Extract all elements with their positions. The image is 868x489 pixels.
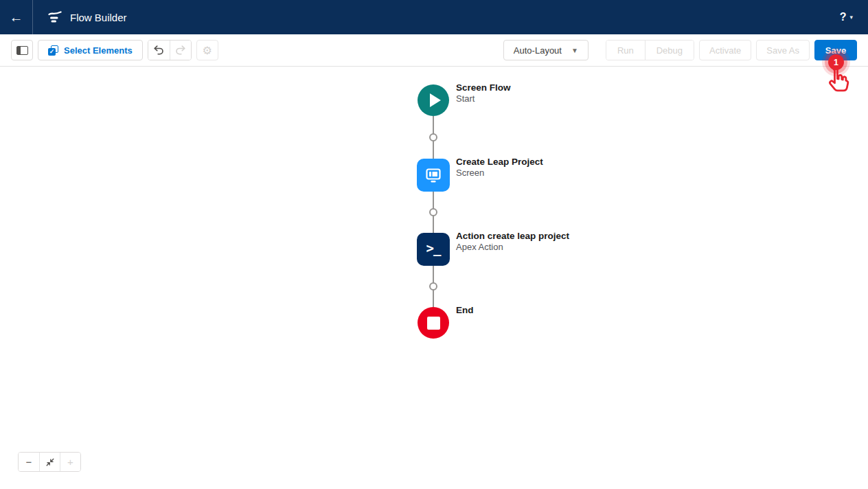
annotation-step-badge: 1	[828, 54, 844, 70]
start-node[interactable]	[418, 84, 449, 116]
end-node[interactable]	[418, 307, 449, 339]
stop-icon	[427, 317, 440, 330]
run-debug-group: Run Debug	[606, 40, 694, 60]
toolbar: ✓ Select Elements	[0, 34, 868, 67]
toolbar-left: ✓ Select Elements	[11, 40, 218, 60]
gear-icon: ⚙	[203, 44, 212, 57]
minus-icon: −	[26, 456, 32, 468]
play-icon	[430, 93, 441, 107]
node-title: Screen Flow	[456, 82, 511, 93]
activate-button[interactable]: Activate	[699, 40, 751, 60]
fit-to-view-button[interactable]	[39, 453, 60, 471]
undo-icon	[152, 44, 165, 56]
screen-icon	[424, 166, 442, 184]
node-subtitle: Start	[456, 93, 511, 104]
pointer-hand-icon	[823, 66, 851, 96]
debug-button[interactable]: Debug	[645, 41, 694, 60]
add-element-node[interactable]	[429, 282, 437, 291]
select-elements-label: Select Elements	[64, 45, 133, 56]
run-button[interactable]: Run	[606, 41, 645, 60]
terminal-prompt-icon: >_	[426, 240, 441, 258]
end-node-label: End	[456, 304, 474, 316]
node-title: Create Leap Project	[456, 156, 543, 168]
app-title: Flow Builder	[70, 12, 127, 23]
save-as-button[interactable]: Save As	[756, 40, 810, 60]
auto-layout-dropdown[interactable]: Auto-Layout ▼	[503, 40, 589, 60]
redo-icon	[174, 44, 187, 56]
screen-node-label: Create Leap Project Screen	[456, 156, 543, 179]
multi-select-checkbox-icon: ✓	[48, 45, 58, 56]
auto-layout-label: Auto-Layout	[514, 45, 562, 56]
back-arrow-icon: ←	[10, 10, 23, 25]
flow-canvas[interactable]: Screen Flow Start Create Leap Project Sc…	[0, 67, 868, 489]
start-node-label: Screen Flow Start	[456, 82, 511, 104]
chevron-down-icon: ▼	[571, 47, 578, 54]
chevron-down-icon: ▾	[849, 14, 853, 21]
app-logo-wrap: Flow Builder	[33, 9, 127, 25]
back-button[interactable]: ←	[0, 0, 33, 34]
node-subtitle: Apex Action	[456, 242, 569, 253]
select-elements-button[interactable]: ✓ Select Elements	[38, 40, 143, 60]
apex-node-label: Action create leap project Apex Action	[456, 230, 569, 253]
flow-settings-button[interactable]: ⚙	[196, 40, 218, 60]
toolbar-right: Auto-Layout ▼ Run Debug Activate Save As…	[503, 40, 857, 60]
undo-button[interactable]	[148, 41, 170, 60]
redo-button[interactable]	[170, 41, 191, 60]
add-element-node[interactable]	[429, 133, 437, 141]
apex-action-node[interactable]: >_	[417, 233, 450, 266]
app-header: ← Flow Builder ? ▾	[0, 0, 868, 34]
node-title: Action create leap project	[456, 230, 569, 242]
zoom-out-button[interactable]: −	[19, 453, 39, 471]
add-element-node[interactable]	[429, 208, 437, 216]
undo-redo-group	[148, 40, 192, 60]
node-subtitle: Screen	[456, 168, 543, 179]
zoom-in-button[interactable]: +	[60, 453, 80, 471]
flow-builder-logo-icon	[47, 9, 63, 25]
left-panel-icon	[16, 46, 28, 55]
zoom-controls: − +	[18, 452, 81, 472]
screen-element-node[interactable]	[417, 159, 450, 192]
toggle-toolbox-button[interactable]	[11, 40, 33, 60]
node-title: End	[456, 304, 474, 316]
help-menu[interactable]: ? ▾	[840, 11, 868, 23]
plus-icon: +	[67, 456, 73, 468]
fit-to-view-icon	[45, 457, 56, 468]
help-icon: ?	[840, 11, 847, 23]
